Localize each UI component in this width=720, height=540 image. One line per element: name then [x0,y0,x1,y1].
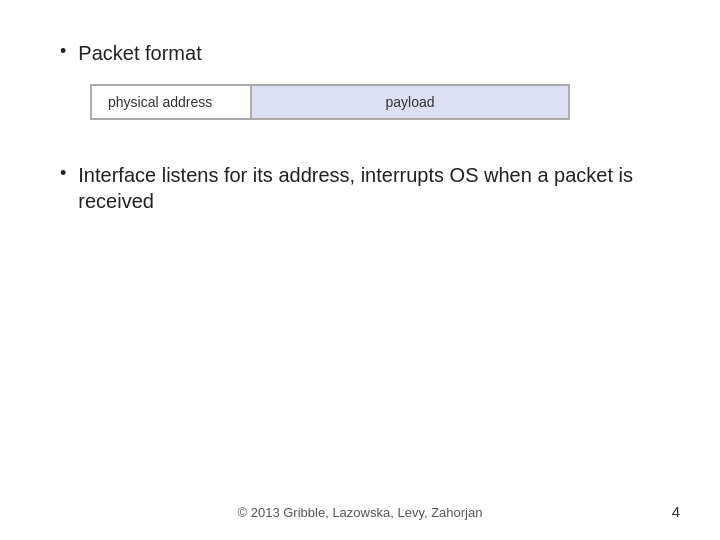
footer: © 2013 Gribble, Lazowska, Levy, Zahorjan [0,505,720,520]
footer-copyright: © 2013 Gribble, Lazowska, Levy, Zahorjan [238,505,483,520]
bullet-text-1: Packet format [78,40,201,66]
bullet-section-1: • Packet format physical address payload [60,40,660,142]
bullet-item-2: • Interface listens for its address, int… [60,162,660,214]
bullet-dot-1: • [60,41,66,62]
bullet-text-2: Interface listens for its address, inter… [78,162,660,214]
bullet-section-2: • Interface listens for its address, int… [60,162,660,232]
bullet-dot-2: • [60,163,66,184]
cell-payload: payload [251,85,569,119]
packet-format-table: physical address payload [90,84,570,120]
cell-physical-address: physical address [91,85,251,119]
slide-container: • Packet format physical address payload… [0,0,720,540]
footer-page-number: 4 [672,503,680,520]
bullet-item-1: • Packet format [60,40,660,66]
